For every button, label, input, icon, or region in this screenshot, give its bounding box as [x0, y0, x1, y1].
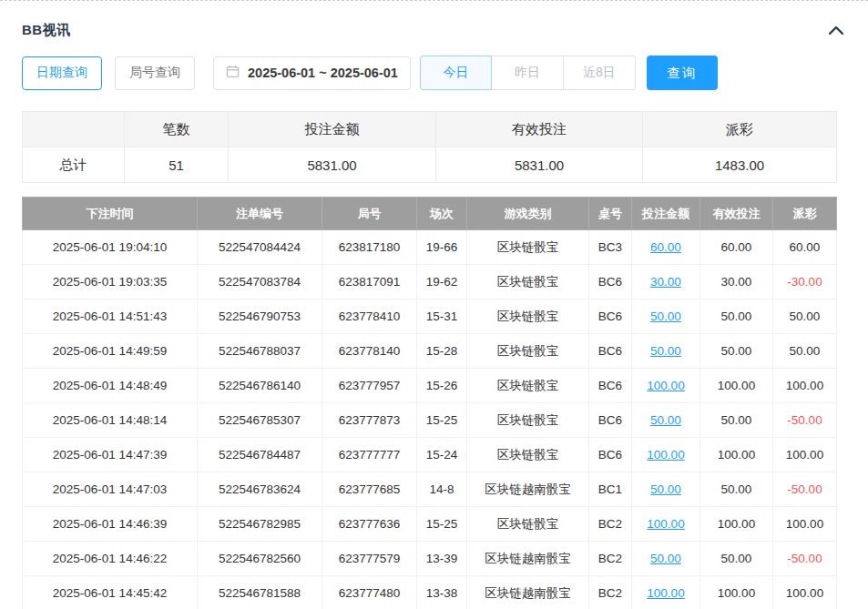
bet-table-cell: 30.00: [700, 265, 773, 299]
date-range-value: 2025-06-01 ~ 2025-06-01: [248, 66, 398, 80]
bet-table-cell: 50.00: [700, 472, 773, 507]
collapse-panel-button[interactable]: [826, 20, 846, 40]
bet-table-cell: 2025-06-01 14:45:42: [23, 576, 198, 609]
bet-table-cell: 15-24: [417, 438, 467, 472]
bet-amount-link[interactable]: 50.00: [632, 299, 700, 334]
bet-amount-link[interactable]: 50.00: [632, 334, 700, 369]
bet-table-row: 2025-06-01 14:46:39522546782985623777636…: [23, 507, 837, 542]
bet-table-cell: 区块链骰宝: [467, 230, 589, 265]
bet-table-row: 2025-06-01 14:49:59522546788037623778140…: [23, 334, 837, 369]
bet-table-header-row: 下注时间注单编号局号场次游戏类别桌号投注金额有效投注派彩: [23, 198, 837, 230]
bet-table-cell: 2025-06-01 19:03:35: [23, 265, 198, 299]
round-query-button[interactable]: 局号查询: [115, 56, 195, 90]
bet-table-cell: 2025-06-01 14:47:03: [23, 472, 198, 507]
bet-table-row: 2025-06-01 14:51:43522546790753623778410…: [23, 299, 837, 334]
bet-table-cell: BC2: [589, 507, 632, 542]
bet-table-cell: 2025-06-01 14:48:49: [23, 369, 198, 403]
bet-table-cell: 100.00: [700, 576, 773, 609]
bet-table-cell: BC1: [589, 472, 632, 507]
summary-table: 笔数 投注金额 有效投注 派彩 总计 51 5831.00 5831.00 14…: [22, 111, 837, 183]
bet-table-cell: 623778410: [322, 299, 417, 334]
bet-table-header-cell: 场次: [417, 198, 467, 230]
bet-table-cell: 2025-06-01 14:48:14: [23, 403, 198, 438]
bet-table-cell: 522546788037: [198, 334, 322, 369]
bet-amount-link[interactable]: 50.00: [632, 472, 700, 507]
bet-amount-link[interactable]: 100.00: [632, 438, 700, 472]
bet-table-cell: 50.00: [700, 403, 773, 438]
bet-table-row: 2025-06-01 14:48:14522546785307623777873…: [23, 403, 837, 438]
summary-header-cell: [23, 112, 125, 147]
bet-table-cell: -50.00: [773, 403, 837, 438]
bet-table-cell: 15-25: [417, 507, 467, 542]
bet-table-cell: 2025-06-01 14:47:39: [23, 438, 198, 472]
bet-amount-link[interactable]: 50.00: [632, 403, 700, 438]
bet-table-cell: 522547083784: [198, 265, 322, 299]
bet-table-row: 2025-06-01 14:47:03522546783624623777685…: [23, 472, 837, 507]
summary-count: 51: [125, 147, 229, 183]
bet-table-cell: BC2: [589, 542, 632, 576]
bet-table-cell: 522546781588: [198, 576, 322, 609]
calendar-icon: [226, 65, 240, 82]
search-button[interactable]: 查询: [647, 56, 718, 90]
panel-header: BB视讯: [22, 20, 846, 40]
bet-table-cell: 100.00: [700, 369, 773, 403]
date-query-button[interactable]: 日期查询: [22, 56, 102, 90]
bet-table-cell: 60.00: [700, 230, 773, 265]
summary-total-row: 总计 51 5831.00 5831.00 1483.00: [23, 147, 837, 183]
summary-header-cell: 派彩: [643, 112, 837, 147]
bet-table-cell: -30.00: [773, 265, 837, 299]
bet-table-cell: BC6: [589, 403, 632, 438]
bet-table-cell: BC6: [589, 299, 632, 334]
bet-table-cell: BC3: [589, 230, 632, 265]
bet-table-cell: 15-31: [417, 299, 467, 334]
date-range-input[interactable]: 2025-06-01 ~ 2025-06-01: [213, 56, 411, 90]
bet-table-header-cell: 投注金额: [632, 198, 700, 230]
bet-amount-link[interactable]: 50.00: [632, 542, 700, 576]
bet-table-cell: 2025-06-01 14:46:39: [23, 507, 198, 542]
bet-table-cell: 2025-06-01 14:51:43: [23, 299, 198, 334]
bet-table-cell: 19-66: [417, 230, 467, 265]
bet-table-cell: 50.00: [773, 299, 837, 334]
bet-table-cell: 13-38: [417, 576, 467, 609]
bet-table-cell: 2025-06-01 14:49:59: [23, 334, 198, 369]
page-title: BB视讯: [22, 22, 71, 39]
bet-amount-link[interactable]: 100.00: [632, 507, 700, 542]
bet-amount-link[interactable]: 100.00: [632, 576, 700, 609]
bet-table-cell: 区块链骰宝: [467, 265, 589, 299]
quick-last8days-button[interactable]: 近8日: [564, 56, 636, 90]
bet-table-cell: 区块链骰宝: [467, 334, 589, 369]
bet-table-cell: 623777685: [322, 472, 417, 507]
bet-table-header-cell: 有效投注: [700, 198, 773, 230]
quick-today-button[interactable]: 今日: [420, 56, 492, 90]
bet-table-cell: BC6: [589, 265, 632, 299]
bet-amount-link[interactable]: 100.00: [632, 369, 700, 403]
bet-table-cell: 区块链骰宝: [467, 438, 589, 472]
bet-table-cell: BC6: [589, 438, 632, 472]
bet-table-cell: 15-28: [417, 334, 467, 369]
bet-table-row: 2025-06-01 14:45:42522546781588623777480…: [23, 576, 837, 609]
bet-table-cell: 100.00: [773, 507, 837, 542]
bet-table-row: 2025-06-01 19:03:35522547083784623817091…: [23, 265, 837, 299]
bet-amount-link[interactable]: 60.00: [632, 230, 700, 265]
bet-table-row: 2025-06-01 14:48:49522546786140623777957…: [23, 369, 837, 403]
summary-header-cell: 投注金额: [229, 112, 436, 147]
bet-table-cell: 623778140: [322, 334, 417, 369]
bet-table-cell: -50.00: [773, 542, 837, 576]
bet-table-cell: 区块链越南骰宝: [467, 542, 589, 576]
bet-table-row: 2025-06-01 14:47:39522546784487623777777…: [23, 438, 837, 472]
bet-table-cell: 2025-06-01 14:46:22: [23, 542, 198, 576]
bet-table-header-cell: 下注时间: [23, 198, 198, 230]
bet-table-header-cell: 游戏类别: [467, 198, 589, 230]
bet-amount-link[interactable]: 30.00: [632, 265, 700, 299]
filter-bar: 日期查询 局号查询 2025-06-01 ~ 2025-06-01 今日 昨日 …: [22, 56, 846, 90]
quick-yesterday-button[interactable]: 昨日: [492, 56, 564, 90]
bet-table-cell: 623777636: [322, 507, 417, 542]
bet-table-cell: 522546782985: [198, 507, 322, 542]
quick-date-filter: 今日 昨日 近8日: [420, 56, 636, 90]
bet-table-header-cell: 局号: [322, 198, 417, 230]
bet-table-cell: 100.00: [700, 507, 773, 542]
bet-table-cell: 区块链越南骰宝: [467, 576, 589, 609]
bet-table-cell: 100.00: [773, 438, 837, 472]
summary-total-label: 总计: [23, 147, 125, 183]
bet-table-cell: 522546783624: [198, 472, 322, 507]
